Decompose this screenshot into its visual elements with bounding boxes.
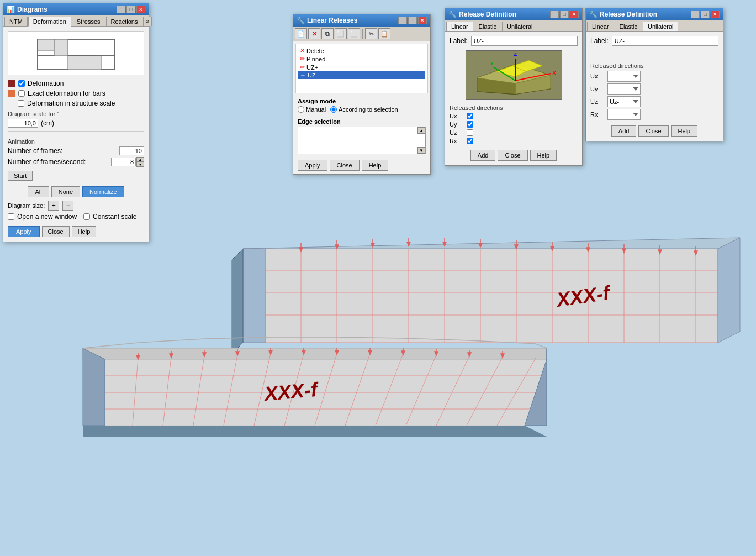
lr-new-btn[interactable]: 📄 bbox=[295, 28, 307, 39]
rd1-close-btn[interactable]: ✕ bbox=[570, 11, 579, 18]
rd2-title: 🔧 Release Definition bbox=[589, 11, 657, 18]
rd1-uy-checkbox[interactable] bbox=[467, 121, 473, 128]
rd2-help-btn[interactable]: Help bbox=[671, 125, 698, 137]
size-minus-btn[interactable]: − bbox=[62, 201, 73, 211]
rd1-rx-label: Rx bbox=[450, 138, 463, 144]
lr-icon: 🔧 bbox=[297, 17, 305, 24]
rd2-maximize-btn[interactable]: □ bbox=[701, 11, 710, 18]
rd1-help-btn[interactable]: Help bbox=[530, 150, 557, 161]
exact-deformation-checkbox[interactable] bbox=[18, 90, 25, 97]
tab-reactions[interactable]: Reactions bbox=[106, 17, 143, 26]
rd1-rx-checkbox[interactable] bbox=[467, 138, 473, 144]
rd1-tab-unilateral[interactable]: Unilateral bbox=[502, 22, 537, 31]
lr-toolbar: 📄 ✕ ⧉ ⬜ ⬜ ✂ 📋 bbox=[293, 27, 430, 41]
lr-toolbar-sep bbox=[362, 29, 363, 39]
rd2-uy-dropdown[interactable] bbox=[607, 83, 641, 95]
manual-radio[interactable] bbox=[298, 106, 304, 113]
apply-close-row: Apply Close Help bbox=[8, 226, 144, 237]
exact-deformation-check-row: Exact deformation for bars bbox=[8, 90, 144, 97]
tab-ntm[interactable]: NTM bbox=[4, 17, 28, 26]
normalize-btn[interactable]: Normalize bbox=[82, 186, 124, 197]
animation-start-btn[interactable]: Start bbox=[8, 171, 33, 181]
according-radio[interactable] bbox=[330, 106, 337, 113]
deformation-structure-check-row: Deformation in structure scale bbox=[8, 99, 144, 107]
spin-up-btn[interactable]: ▲ bbox=[136, 157, 144, 162]
lr-close-btn[interactable]: Close bbox=[330, 160, 360, 171]
rd1-uz-checkbox[interactable] bbox=[467, 129, 473, 136]
rd2-tab-linear[interactable]: Linear bbox=[587, 22, 614, 31]
open-new-window-row: Open a new window bbox=[8, 213, 77, 221]
lr-paste2-btn[interactable]: 📋 bbox=[378, 28, 390, 39]
deformation-checkbox[interactable] bbox=[18, 80, 25, 87]
rd1-maximize-btn[interactable]: □ bbox=[560, 11, 569, 18]
lr-item-uzplus[interactable]: ✏ UZ+ bbox=[298, 63, 425, 71]
tab-deformation[interactable]: Deformation bbox=[28, 17, 71, 27]
scroll-up-btn[interactable]: ▲ bbox=[417, 127, 425, 134]
scale-input[interactable] bbox=[8, 119, 38, 128]
open-new-window-checkbox[interactable] bbox=[8, 213, 14, 220]
options-row: Open a new window Constant scale bbox=[8, 213, 144, 223]
rd2-ux-dropdown[interactable] bbox=[607, 71, 641, 82]
spin-down-btn[interactable]: ▼ bbox=[136, 162, 144, 167]
rd1-add-btn[interactable]: Add bbox=[470, 150, 496, 161]
lr-del-btn[interactable]: ✕ bbox=[308, 28, 320, 39]
lr-copy2-btn[interactable]: ⬜ bbox=[348, 28, 360, 39]
tab-stresses[interactable]: Stresses bbox=[72, 17, 105, 26]
rd1-controls: _ □ ✕ bbox=[550, 11, 579, 18]
lr-items-list[interactable]: ✕ Delete ✏ Pinned ✏ UZ+ → UZ- bbox=[295, 44, 428, 93]
size-plus-btn[interactable]: + bbox=[48, 201, 59, 211]
diagrams-close-action-btn[interactable]: Close bbox=[42, 226, 70, 237]
diagram-scale-label: Diagram scale for 1 bbox=[8, 111, 144, 117]
lr-uzplus-icon: ✏ bbox=[300, 64, 305, 71]
lr-apply-btn[interactable]: Apply bbox=[298, 160, 327, 171]
rd1-ux-label: Ux bbox=[450, 113, 463, 119]
diagrams-help-btn[interactable]: Help bbox=[72, 226, 97, 237]
lr-item-pinned[interactable]: ✏ Pinned bbox=[298, 55, 425, 63]
rd2-tab-elastic[interactable]: Elastic bbox=[615, 22, 642, 31]
lr-paste-btn[interactable]: ⬜ bbox=[335, 28, 347, 39]
lr-minimize-btn[interactable]: _ bbox=[398, 17, 407, 24]
edge-selection-area[interactable]: ▲ ▼ bbox=[298, 127, 426, 154]
deformation-check-row: Deformation bbox=[8, 80, 144, 87]
rd2-close-btn[interactable]: ✕ bbox=[711, 11, 720, 18]
svg-marker-1 bbox=[265, 249, 718, 343]
rd2-minimize-btn[interactable]: _ bbox=[691, 11, 700, 18]
animation-label: Animation bbox=[8, 138, 144, 145]
rd2-rx-dropdown[interactable] bbox=[607, 109, 641, 120]
rd2-label-input[interactable] bbox=[612, 36, 718, 46]
lr-copy-btn[interactable]: ⧉ bbox=[321, 28, 334, 39]
diagrams-close-btn[interactable]: ✕ bbox=[136, 6, 145, 13]
rd1-label-row: Label: bbox=[450, 36, 578, 46]
rd1-uz-row: Uz bbox=[450, 129, 578, 136]
rd1-ux-checkbox[interactable] bbox=[467, 113, 473, 119]
rd1-close-btn[interactable]: Close bbox=[498, 150, 527, 161]
lr-maximize-btn[interactable]: □ bbox=[408, 17, 417, 24]
rd1-tab-elastic[interactable]: Elastic bbox=[474, 22, 501, 31]
diagrams-maximize-btn[interactable]: □ bbox=[126, 6, 135, 13]
lr-close-btn[interactable]: ✕ bbox=[418, 17, 427, 24]
deformation-structure-checkbox[interactable] bbox=[18, 100, 24, 107]
frames-per-sec-input[interactable] bbox=[111, 158, 136, 166]
rd2-label-row: Label: bbox=[590, 36, 718, 46]
lr-item-delete[interactable]: ✕ Delete bbox=[298, 46, 425, 55]
diagrams-minimize-btn[interactable]: _ bbox=[117, 6, 125, 13]
rd1-minimize-btn[interactable]: _ bbox=[550, 11, 559, 18]
constant-scale-checkbox[interactable] bbox=[83, 213, 90, 220]
rd1-uz-label: Uz bbox=[450, 129, 463, 136]
lr-cut-btn[interactable]: ✂ bbox=[365, 28, 377, 39]
diagrams-apply-btn[interactable]: Apply bbox=[8, 226, 40, 237]
rd2-add-btn[interactable]: Add bbox=[611, 125, 637, 137]
none-btn[interactable]: None bbox=[51, 186, 80, 197]
diagram-size-row: Diagram size: + − bbox=[8, 201, 144, 211]
tab-more-btn[interactable]: » bbox=[143, 17, 152, 26]
rd2-uz-dropdown[interactable]: Uz- bbox=[607, 96, 641, 107]
lr-help-btn[interactable]: Help bbox=[362, 160, 389, 171]
lr-item-uzminus[interactable]: → UZ- bbox=[298, 71, 425, 79]
rd1-tab-linear[interactable]: Linear bbox=[446, 22, 473, 31]
rd1-label-input[interactable] bbox=[471, 36, 578, 46]
num-frames-input[interactable] bbox=[119, 146, 144, 155]
all-btn[interactable]: All bbox=[28, 186, 49, 197]
rd2-close-btn[interactable]: Close bbox=[638, 125, 668, 137]
scroll-down-btn[interactable]: ▼ bbox=[417, 147, 425, 154]
rd2-tab-unilateral[interactable]: Unilateral bbox=[643, 22, 678, 31]
